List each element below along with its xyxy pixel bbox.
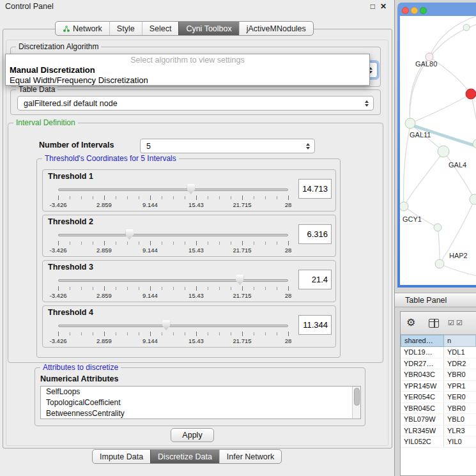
node-label: GAL4 <box>449 161 466 169</box>
tick-label: 21.715 <box>233 337 251 344</box>
slider-track[interactable] <box>58 188 288 191</box>
tab-cyni-toolbox[interactable]: Cyni Toolbox <box>178 22 238 35</box>
gene-node[interactable] <box>434 224 441 231</box>
top-tab-strip: Network Style Select Cyni Toolbox jActiv… <box>55 21 314 36</box>
close-icon[interactable]: ✕ <box>380 2 387 11</box>
select-none-checkbox-icon[interactable]: ☑ <box>456 319 463 327</box>
threshold-2-value-field[interactable]: 6.316 <box>298 224 332 244</box>
threshold-4-value-field[interactable]: 11.344 <box>298 315 332 335</box>
threshold-1-value-field[interactable]: 14.713 <box>298 179 332 199</box>
slider-track[interactable] <box>58 234 288 236</box>
thresholds-group-title: Threshold's Coordinates for 5 Intervals <box>42 154 179 163</box>
tab-style[interactable]: Style <box>109 22 142 35</box>
tab-network[interactable]: Network <box>56 22 109 35</box>
network-canvas[interactable]: GAL80 G GAL11 GAL4 GCY1 H HAP2 <box>400 16 476 285</box>
tick-label: 9.144 <box>142 292 158 299</box>
selected-gene-node[interactable] <box>466 89 476 99</box>
apply-button[interactable]: Apply <box>171 428 214 442</box>
threshold-1-label: Threshold 1 <box>48 172 93 181</box>
columns-icon[interactable] <box>429 319 439 328</box>
tab-impute-data[interactable]: Impute Data <box>93 450 150 463</box>
table-row[interactable]: YBL079WYBL0 <box>401 414 476 426</box>
threshold-3-slider[interactable]: -3.426 2.859 9.144 15.43 21.715 28 <box>58 275 288 300</box>
minimize-traffic-light-icon[interactable] <box>411 7 418 14</box>
slider-minor-ticks <box>58 196 288 199</box>
table-row[interactable]: YPR145WYPR1 <box>401 381 476 392</box>
tick-label: 2.859 <box>96 201 112 208</box>
list-item[interactable]: TopologicalCoefficient <box>41 397 360 408</box>
number-of-intervals-combobox[interactable]: 5 <box>140 139 315 153</box>
tick-label: 9.144 <box>142 247 158 254</box>
list-scrollbar[interactable] <box>352 387 360 418</box>
table-row[interactable]: YBR045CYBR0 <box>401 403 476 415</box>
table-panel-header[interactable]: Table Panel <box>395 293 476 307</box>
table-toolbar: ⚙ ☑ ☑ <box>401 312 476 335</box>
table-row[interactable]: YER054CYER0 <box>401 392 476 403</box>
algorithm-group-title: Discretization Algorithm <box>16 42 101 51</box>
slider-track[interactable] <box>58 279 288 282</box>
threshold-2-panel: Threshold 2 -3.426 2.859 9.144 15.43 21.… <box>42 215 336 257</box>
slider-minor-ticks <box>58 287 288 290</box>
control-panel-titlebar[interactable]: Control Panel □ ✕ <box>0 0 394 13</box>
zoom-traffic-light-icon[interactable] <box>420 7 427 14</box>
slider-thumb[interactable] <box>187 184 195 194</box>
tick-label: 28 <box>285 292 292 299</box>
numerical-attributes-label: Numerical Attributes <box>40 374 118 383</box>
table-data-combobox[interactable]: galFiltered.sif default node <box>17 96 374 111</box>
table-row[interactable]: YDL19…YDL1 <box>401 347 476 358</box>
dropdown-option-equal-width-frequency[interactable]: Equal Width/Frequency Discretization <box>6 75 369 86</box>
table-row[interactable]: YLR345WYLR3 <box>401 426 476 437</box>
threshold-2-slider[interactable]: -3.426 2.859 9.144 15.43 21.715 28 <box>58 229 288 255</box>
combo-arrows-icon <box>306 143 310 150</box>
close-traffic-light-icon[interactable] <box>402 7 409 14</box>
interval-definition-title: Interval Definition <box>13 118 78 127</box>
network-view-window[interactable]: GAL80 G GAL11 GAL4 GCY1 H HAP2 <box>397 3 476 288</box>
node-label: HAP2 <box>449 252 468 259</box>
table-header-row: shared… n <box>401 335 476 347</box>
threshold-3-value-field[interactable]: 21.4 <box>298 270 332 289</box>
dropdown-option-manual-discretization[interactable]: Manual Discretization <box>6 65 369 75</box>
tab-discretize-data[interactable]: Discretize Data <box>150 450 219 463</box>
interval-definition-group: Interval Definition Number of Intervals … <box>8 123 383 363</box>
network-graph: GAL80 G GAL11 GAL4 GCY1 H HAP2 <box>400 16 476 285</box>
gene-node[interactable] <box>435 259 444 268</box>
gene-node[interactable] <box>473 139 476 148</box>
gene-node[interactable] <box>400 202 408 211</box>
tab-infer-network[interactable]: Infer Network <box>219 450 281 463</box>
threshold-1-panel: Threshold 1 -3.426 2.859 9.144 15.43 21.… <box>42 169 336 211</box>
gene-node[interactable] <box>470 194 476 204</box>
tab-jactivemnodules[interactable]: jActiveMNodules <box>239 22 313 35</box>
table-row[interactable]: YIL052CYIL0 <box>401 436 476 448</box>
list-item[interactable]: BetweennessCentrality <box>41 408 360 419</box>
select-all-checkbox-icon[interactable]: ☑ <box>448 319 454 327</box>
column-header-shared-name[interactable]: shared… <box>401 335 444 347</box>
tick-label: -3.426 <box>50 201 67 208</box>
slider-track[interactable] <box>58 325 288 327</box>
list-item[interactable]: SelfLoops <box>41 387 360 397</box>
tick-label: -3.426 <box>50 247 67 254</box>
gear-icon[interactable]: ⚙ <box>406 316 415 328</box>
gene-node[interactable] <box>438 146 449 157</box>
tick-label: 15.43 <box>188 201 204 208</box>
node-label: GAL11 <box>410 131 431 139</box>
tick-label: 15.43 <box>188 292 204 299</box>
slider-thumb[interactable] <box>162 320 171 330</box>
threshold-4-slider[interactable]: -3.426 2.859 9.144 15.43 21.715 28 <box>58 320 288 346</box>
gene-node[interactable] <box>405 118 415 128</box>
table-row[interactable]: YBR043CYBR0 <box>401 369 476 381</box>
tick-label: 9.144 <box>142 201 158 208</box>
table-body: YDL19…YDL1 YDR27…YDR2 YBR043CYBR0 YPR145… <box>401 347 476 475</box>
scrollbar-thumb[interactable] <box>354 388 360 406</box>
number-of-intervals-label: Number of Intervals <box>39 141 114 150</box>
threshold-1-slider[interactable]: -3.426 2.859 9.144 15.43 21.715 28 <box>58 184 288 210</box>
slider-thumb[interactable] <box>125 229 134 240</box>
float-window-icon[interactable]: □ <box>371 2 375 11</box>
column-header-name[interactable]: n <box>444 335 476 347</box>
table-row[interactable]: YDR27…YDR2 <box>401 358 476 370</box>
slider-thumb[interactable] <box>236 275 244 285</box>
tick-label: 21.715 <box>233 292 251 299</box>
gene-node[interactable] <box>463 24 470 31</box>
table-data-group-title: Table Data <box>16 85 58 94</box>
dropdown-placeholder-option[interactable]: Select algorithm to view settings <box>6 56 369 65</box>
tab-select[interactable]: Select <box>142 22 179 35</box>
